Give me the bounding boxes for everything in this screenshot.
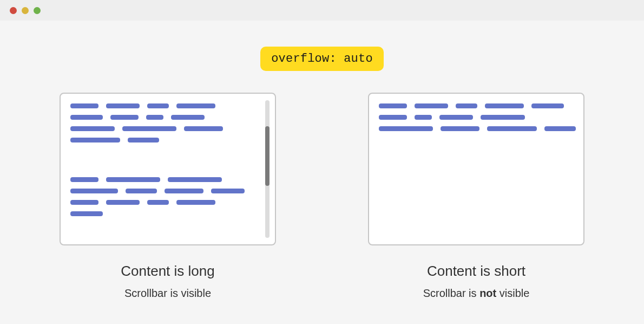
subtitle-suffix: visible — [496, 287, 529, 299]
caption-title-long: Content is long — [121, 263, 214, 280]
window-titlebar — [0, 0, 644, 21]
minimize-icon[interactable] — [22, 7, 29, 14]
examples-row: Content is long Scrollbar is visible Con… — [60, 93, 584, 300]
subtitle-suffix: visible — [181, 287, 211, 299]
caption-subtitle-short: Scrollbar is not visible — [423, 287, 530, 300]
main-content: overflow: auto Content is long — [0, 21, 644, 300]
placeholder-text-lines — [70, 103, 253, 216]
subtitle-prefix: Scrollbar is — [423, 287, 479, 299]
scrollbar-track[interactable] — [265, 100, 270, 238]
maximize-icon[interactable] — [34, 7, 41, 14]
caption-title-short: Content is short — [427, 263, 525, 280]
subtitle-prefix: Scrollbar is — [124, 287, 181, 299]
css-property-badge: overflow: auto — [260, 47, 384, 71]
caption-subtitle-long: Scrollbar is visible — [124, 287, 211, 300]
close-icon[interactable] — [10, 7, 17, 14]
example-long-content: Content is long Scrollbar is visible — [60, 93, 276, 300]
placeholder-text-lines — [379, 103, 576, 131]
subtitle-emphasis: not — [479, 287, 496, 299]
scrollbar-thumb[interactable] — [265, 126, 270, 186]
example-short-content: Content is short Scrollbar is not visibl… — [368, 93, 584, 300]
content-box-long — [60, 93, 276, 245]
content-box-short — [368, 93, 584, 245]
